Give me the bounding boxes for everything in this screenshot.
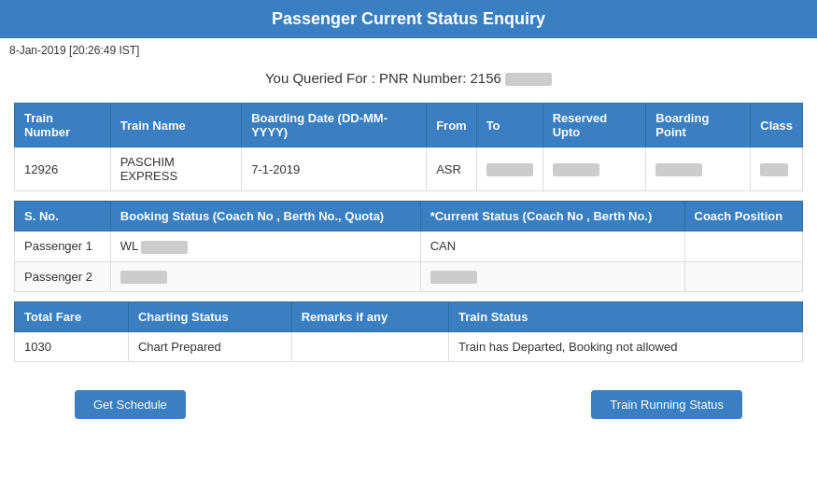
passenger-table: S. No. Booking Status (Coach No , Berth … <box>14 201 803 292</box>
col-boarding-point: Boarding Point <box>646 104 751 147</box>
p2-booking <box>110 261 420 292</box>
col-coach-position: Coach Position <box>684 202 802 231</box>
p1-current: CAN <box>420 231 684 262</box>
pnr-label: You Queried For : PNR Number: <box>265 70 466 86</box>
class-masked <box>760 163 788 176</box>
table-row: 12926 PASCHIM EXPRESS 7-1-2019 ASR <box>15 147 803 191</box>
reserved-upto-cell <box>542 147 646 191</box>
summary-table: Total Fare Charting Status Remarks if an… <box>14 301 803 362</box>
boarding-point-masked <box>655 163 702 176</box>
train-info-section: Train Number Train Name Boarding Date (D… <box>14 103 803 191</box>
page-header: Passenger Current Status Enquiry <box>0 0 817 38</box>
col-class: Class <box>751 104 803 147</box>
pnr-partial: 2156 <box>471 70 501 86</box>
col-sno: S. No. <box>15 202 111 231</box>
reserved-masked <box>553 163 599 176</box>
train-running-status-button[interactable]: Train Running Status <box>591 390 742 419</box>
train-table: Train Number Train Name Boarding Date (D… <box>14 103 803 191</box>
total-fare-cell: 1030 <box>15 332 129 362</box>
timestamp: 8-Jan-2019 [20:26:49 IST] <box>0 38 817 63</box>
boarding-date-cell: 7-1-2019 <box>242 147 427 191</box>
passenger-row-1: Passenger 1 WL CAN <box>15 231 803 262</box>
col-charting-status: Charting Status <box>128 302 291 332</box>
col-total-fare: Total Fare <box>15 302 129 332</box>
pnr-masked <box>505 73 552 86</box>
to-masked <box>486 163 533 176</box>
train-status-cell: Train has Departed, Booking not allowed <box>449 332 803 362</box>
charting-status-cell: Chart Prepared <box>128 332 291 362</box>
p2-coach <box>684 261 802 292</box>
train-name-cell: PASCHIM EXPRESS <box>110 147 241 191</box>
to-cell <box>476 147 542 191</box>
summary-section: Total Fare Charting Status Remarks if an… <box>14 301 803 362</box>
boarding-point-cell <box>646 147 751 191</box>
p1-wl-label: WL <box>120 239 138 253</box>
p1-booking: WL <box>110 231 420 262</box>
col-boarding-date: Boarding Date (DD-MM-YYYY) <box>242 104 427 147</box>
page-title: Passenger Current Status Enquiry <box>272 9 545 28</box>
col-booking-status: Booking Status (Coach No , Berth No., Qu… <box>110 202 420 231</box>
col-train-name: Train Name <box>110 104 241 147</box>
p2-current <box>420 261 684 292</box>
train-number-cell: 12926 <box>15 147 111 191</box>
class-cell <box>751 147 803 191</box>
get-schedule-button[interactable]: Get Schedule <box>75 390 186 419</box>
col-train-number: Train Number <box>15 104 111 147</box>
col-from: From <box>427 104 477 147</box>
p2-current-masked <box>430 271 477 284</box>
col-to: To <box>476 104 542 147</box>
p1-coach <box>684 231 802 262</box>
col-train-status: Train Status <box>449 302 803 332</box>
pnr-query: You Queried For : PNR Number: 2156 <box>0 63 817 93</box>
p2-booking-masked <box>120 271 167 284</box>
from-cell: ASR <box>427 147 477 191</box>
col-reserved-upto: Reserved Upto <box>542 104 646 147</box>
summary-row: 1030 Chart Prepared Train has Departed, … <box>15 332 803 362</box>
button-row: Get Schedule Train Running Status <box>0 371 817 438</box>
col-remarks: Remarks if any <box>291 302 448 332</box>
p1-booking-masked <box>141 241 188 254</box>
passenger-row-2: Passenger 2 <box>15 261 803 292</box>
p2-sno: Passenger 2 <box>15 261 111 292</box>
passenger-section: S. No. Booking Status (Coach No , Berth … <box>14 201 803 292</box>
p1-sno: Passenger 1 <box>15 231 111 262</box>
remarks-cell <box>291 332 448 362</box>
col-current-status: *Current Status (Coach No , Berth No.) <box>420 202 684 231</box>
